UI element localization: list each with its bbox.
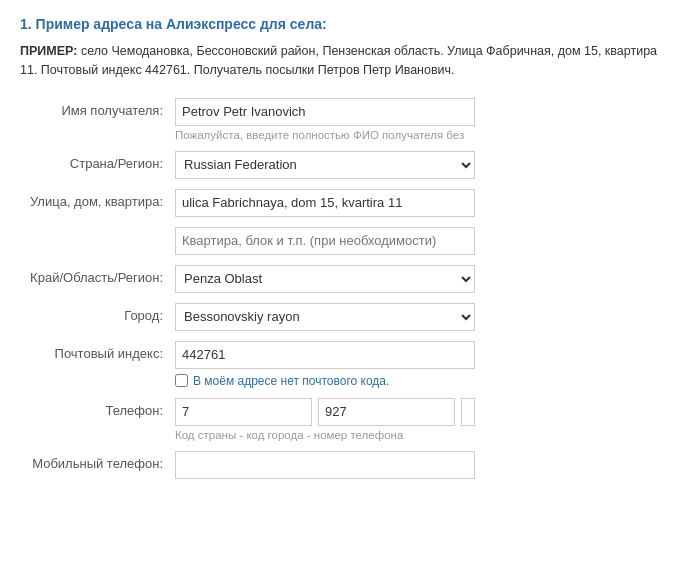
zip-checkbox-row: В моём адресе нет почтового кода. xyxy=(175,374,673,388)
example-text: село Чемодановка, Бессоновский район, Пе… xyxy=(20,44,657,77)
street-input[interactable] xyxy=(175,189,475,217)
phone-hint: Код страны - код города - номер телефона xyxy=(175,429,673,441)
country-select[interactable]: Russian Federation xyxy=(175,151,475,179)
example-label: ПРИМЕР: xyxy=(20,44,77,58)
region-wrap: Penza Oblast xyxy=(175,265,673,293)
zip-row: Почтовый индекс: В моём адресе нет почто… xyxy=(20,341,673,388)
street-wrap xyxy=(175,189,673,217)
country-wrap: Russian Federation xyxy=(175,151,673,179)
mobile-row: Мобильный телефон: xyxy=(20,451,673,479)
street2-label xyxy=(20,227,175,232)
street2-row xyxy=(20,227,673,255)
region-row: Край/Область/Регион: Penza Oblast xyxy=(20,265,673,293)
recipient-row: Имя получателя: Пожалуйста, введите полн… xyxy=(20,98,673,141)
zip-label: Почтовый индекс: xyxy=(20,341,175,361)
phone-label: Телефон: xyxy=(20,398,175,418)
street2-wrap xyxy=(175,227,673,255)
phone-inputs xyxy=(175,398,475,426)
phone-country-input[interactable] xyxy=(175,398,312,426)
country-label: Страна/Регион: xyxy=(20,151,175,171)
phone-row: Телефон: Код страны - код города - номер… xyxy=(20,398,673,441)
street-row: Улица, дом, квартира: xyxy=(20,189,673,217)
country-row: Страна/Регион: Russian Federation xyxy=(20,151,673,179)
phone-number-input[interactable] xyxy=(461,398,475,426)
mobile-label: Мобильный телефон: xyxy=(20,451,175,471)
recipient-hint: Пожалуйста, введите полностью ФИО получа… xyxy=(175,129,475,141)
phone-city-input[interactable] xyxy=(318,398,455,426)
recipient-input[interactable] xyxy=(175,98,475,126)
mobile-wrap xyxy=(175,451,673,479)
phone-wrap: Код страны - код города - номер телефона xyxy=(175,398,673,441)
recipient-label: Имя получателя: xyxy=(20,98,175,118)
street2-input[interactable] xyxy=(175,227,475,255)
city-label: Город: xyxy=(20,303,175,323)
no-zip-checkbox[interactable] xyxy=(175,374,188,387)
city-wrap: Bessonovskiy rayon xyxy=(175,303,673,331)
example-block: ПРИМЕР: село Чемодановка, Бессоновский р… xyxy=(20,42,673,80)
region-select[interactable]: Penza Oblast xyxy=(175,265,475,293)
city-select[interactable]: Bessonovskiy rayon xyxy=(175,303,475,331)
mobile-input[interactable] xyxy=(175,451,475,479)
zip-input[interactable] xyxy=(175,341,475,369)
no-zip-label: В моём адресе нет почтового кода. xyxy=(193,374,389,388)
region-label: Край/Область/Регион: xyxy=(20,265,175,285)
zip-wrap: В моём адресе нет почтового кода. xyxy=(175,341,673,388)
street-label: Улица, дом, квартира: xyxy=(20,189,175,209)
city-row: Город: Bessonovskiy rayon xyxy=(20,303,673,331)
section-title: 1. Пример адреса на Алиэкспресс для села… xyxy=(20,16,673,32)
recipient-wrap: Пожалуйста, введите полностью ФИО получа… xyxy=(175,98,673,141)
